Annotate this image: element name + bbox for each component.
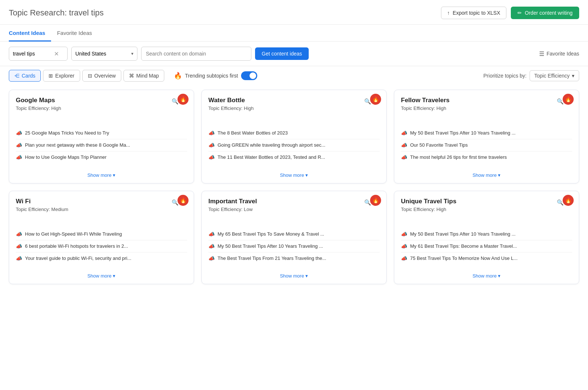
get-ideas-button[interactable]: Get content ideas bbox=[255, 47, 309, 60]
card-body: 📣 How to Get High-Speed Wi-Fi While Trav… bbox=[9, 216, 194, 269]
view-cards-button[interactable]: ⋲ Cards bbox=[9, 70, 41, 82]
content-item-text: 25 Google Maps Tricks You Need to Try bbox=[25, 130, 109, 136]
content-item-text: My 50 Best Travel Tips After 10 Years Tr… bbox=[218, 243, 323, 250]
trending-toggle[interactable] bbox=[241, 71, 257, 80]
flame-icon: 🔥 bbox=[174, 72, 182, 80]
tab-favorite-ideas[interactable]: Favorite Ideas bbox=[51, 25, 98, 42]
country-select-wrapper: United States ▾ bbox=[71, 47, 137, 61]
priority-select[interactable]: Topic Efficiency ▾ bbox=[530, 70, 579, 81]
content-item-text: My 61 Best Travel Tips: Become a Master … bbox=[410, 243, 517, 250]
megaphone-icon: 📣 bbox=[16, 154, 22, 160]
content-item-text: Our 50 Favorite Travel Tips bbox=[410, 142, 468, 149]
card-efficiency: Topic Efficiency: High bbox=[208, 105, 254, 111]
prioritize-section: Prioritize topics by: Topic Efficiency ▾ bbox=[483, 70, 579, 81]
card-body: 📣 My 50 Best Travel Tips After 10 Years … bbox=[394, 115, 579, 168]
card-efficiency: Topic Efficiency: Low bbox=[208, 207, 257, 212]
main-tabs: Content Ideas Favorite Ideas bbox=[0, 25, 588, 42]
export-button[interactable]: ↑ Export topic to XLSX bbox=[441, 7, 506, 19]
show-more-button[interactable]: Show more ▾ bbox=[202, 269, 386, 284]
show-more-button[interactable]: Show more ▾ bbox=[9, 269, 194, 284]
card-body: 📣 25 Google Maps Tricks You Need to Try … bbox=[9, 115, 194, 168]
content-item: 📣 Your travel guide to public Wi-Fi, sec… bbox=[16, 253, 187, 264]
chevron-down-icon: ▾ bbox=[305, 172, 308, 178]
content-item-text: Going GREEN while traveling through airp… bbox=[218, 142, 325, 149]
favorite-ideas-link[interactable]: ☰ Favorite Ideas bbox=[539, 50, 579, 57]
chevron-down-icon: ▾ bbox=[113, 172, 115, 178]
megaphone-icon: 📣 bbox=[208, 154, 215, 160]
export-icon: ↑ bbox=[447, 10, 450, 16]
chevron-down-icon: ▾ bbox=[113, 273, 115, 279]
header-actions: ↑ Export topic to XLSX ✏ Order content w… bbox=[441, 7, 579, 19]
megaphone-icon: 📣 bbox=[16, 255, 22, 261]
card-efficiency: Topic Efficiency: High bbox=[401, 105, 449, 111]
order-content-button[interactable]: ✏ Order content writing bbox=[511, 7, 579, 19]
card-body: 📣 My 65 Best Travel Tips To Save Money &… bbox=[202, 216, 386, 269]
content-item-text: The Best Travel Tips From 21 Years Trave… bbox=[218, 255, 326, 262]
view-mindmap-button[interactable]: ⌘ Mind Map bbox=[123, 70, 164, 82]
card-title: Important Travel bbox=[208, 198, 257, 205]
trending-section: 🔥 Trending subtopics first bbox=[174, 71, 257, 80]
content-item-text: Plan your next getaway with these 8 Goog… bbox=[25, 142, 130, 149]
domain-search-input[interactable] bbox=[146, 51, 247, 57]
content-item-text: The most helpful 26 tips for first time … bbox=[410, 154, 507, 161]
content-item-text: 75 Best Travel Tips To Memorize Now And … bbox=[410, 255, 517, 262]
card-header: Unique Travel Tips Topic Efficiency: Hig… bbox=[394, 191, 579, 216]
content-item: 📣 75 Best Travel Tips To Memorize Now An… bbox=[401, 253, 572, 264]
content-item-text: The 11 Best Water Bottles of 2023, Teste… bbox=[218, 154, 325, 161]
card-title: Google Maps bbox=[16, 97, 61, 104]
content-item-text: How to Get High-Speed Wi-Fi While Travel… bbox=[25, 231, 122, 237]
content-item: 📣 My 50 Best Travel Tips After 10 Years … bbox=[401, 228, 572, 240]
cards-grid: Google Maps Topic Efficiency: High 🔍 ⋯ 🔥… bbox=[0, 84, 588, 293]
overview-icon: ⊟ bbox=[88, 73, 92, 79]
megaphone-icon: 📣 bbox=[401, 142, 407, 148]
card-title-section: Google Maps Topic Efficiency: High bbox=[16, 97, 61, 111]
content-item: 📣 6 best portable Wi-Fi hotspots for tra… bbox=[16, 240, 187, 253]
megaphone-icon: 📣 bbox=[16, 243, 22, 249]
content-item-text: Your travel guide to public Wi-Fi, secur… bbox=[25, 255, 131, 262]
card-title-section: Unique Travel Tips Topic Efficiency: Hig… bbox=[401, 198, 456, 212]
show-more-button[interactable]: Show more ▾ bbox=[394, 168, 579, 183]
content-item-text: How to Use Google Maps Trip Planner bbox=[25, 154, 107, 161]
hot-badge: 🔥 bbox=[178, 94, 189, 105]
card-body: 📣 The 8 Best Water Bottles of 2023 📣 Goi… bbox=[202, 115, 386, 168]
clear-keyword-button[interactable]: ✕ bbox=[53, 50, 60, 57]
card-title: Water Bottle bbox=[208, 97, 254, 104]
card-header: Google Maps Topic Efficiency: High 🔍 ⋯ bbox=[9, 90, 194, 115]
mindmap-icon: ⌘ bbox=[129, 73, 134, 79]
show-more-button[interactable]: Show more ▾ bbox=[202, 168, 386, 183]
card-title-section: Important Travel Topic Efficiency: Low bbox=[208, 198, 257, 212]
page-title: Topic Research: travel tips bbox=[9, 8, 104, 18]
country-select[interactable]: United States bbox=[75, 51, 128, 57]
megaphone-icon: 📣 bbox=[208, 243, 215, 249]
megaphone-icon: 📣 bbox=[401, 243, 407, 249]
view-overview-button[interactable]: ⊟ Overview bbox=[82, 70, 121, 82]
card-google-maps: Google Maps Topic Efficiency: High 🔍 ⋯ 🔥… bbox=[9, 90, 194, 183]
show-more-button[interactable]: Show more ▾ bbox=[394, 269, 579, 284]
card-unique-travel-tips: Unique Travel Tips Topic Efficiency: Hig… bbox=[394, 191, 579, 285]
keyword-input-wrapper: ✕ bbox=[9, 47, 68, 61]
domain-search-wrapper bbox=[141, 47, 251, 61]
hot-badge: 🔥 bbox=[563, 94, 574, 105]
content-item: 📣 My 65 Best Travel Tips To Save Money &… bbox=[208, 228, 380, 240]
content-item: 📣 The 8 Best Water Bottles of 2023 bbox=[208, 127, 380, 139]
content-item-text: My 50 Best Travel Tips After 10 Years Tr… bbox=[410, 130, 516, 136]
card-title-section: Water Bottle Topic Efficiency: High bbox=[208, 97, 254, 111]
chevron-down-icon: ▾ bbox=[498, 273, 501, 279]
show-more-button[interactable]: Show more ▾ bbox=[9, 168, 194, 183]
content-item: 📣 How to Get High-Speed Wi-Fi While Trav… bbox=[16, 228, 187, 240]
card-body: 📣 My 50 Best Travel Tips After 10 Years … bbox=[394, 216, 579, 269]
megaphone-icon: 📣 bbox=[208, 231, 215, 237]
megaphone-icon: 📣 bbox=[401, 231, 407, 237]
megaphone-icon: 📣 bbox=[16, 142, 22, 148]
megaphone-icon: 📣 bbox=[401, 130, 407, 136]
tab-content-ideas[interactable]: Content Ideas bbox=[9, 25, 51, 42]
view-explorer-button[interactable]: ⊞ Explorer bbox=[43, 70, 80, 82]
card-wi-fi: Wi Fi Topic Efficiency: Medium 🔍 ⋯ 🔥 📣 H… bbox=[9, 191, 194, 285]
content-item-text: My 65 Best Travel Tips To Save Money & T… bbox=[218, 231, 324, 237]
keyword-input[interactable] bbox=[13, 51, 53, 57]
priority-chevron-icon: ▾ bbox=[572, 73, 574, 79]
card-header: Water Bottle Topic Efficiency: High 🔍 ⋯ bbox=[202, 90, 386, 115]
card-title: Wi Fi bbox=[16, 198, 68, 205]
chevron-down-icon: ▾ bbox=[498, 172, 501, 178]
card-fellow-travelers: Fellow Travelers Topic Efficiency: High … bbox=[394, 90, 579, 183]
